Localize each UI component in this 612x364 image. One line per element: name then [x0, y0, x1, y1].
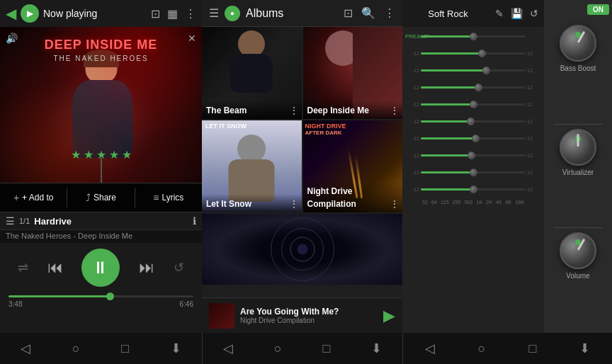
more-icon[interactable]: ⋮ [185, 7, 196, 21]
eq-save-icon[interactable]: 💾 [511, 8, 523, 19]
eq-reset-icon[interactable]: ↺ [530, 8, 538, 19]
bass-boost-label: Bass Boost [560, 64, 596, 72]
album-card-the-beam[interactable]: The Beam ⋮ [202, 27, 302, 119]
search-icon[interactable]: 🔍 [361, 6, 375, 20]
eq-band-2: -12 12 [405, 62, 541, 78]
star-1[interactable]: ★ [71, 148, 81, 161]
add-to-button[interactable]: + + Add to [0, 188, 67, 207]
mini-play-button[interactable]: ▶ [383, 307, 395, 325]
album-menu-the-beam[interactable]: ⋮ [289, 105, 299, 116]
equalizer-icon[interactable]: ▦ [167, 7, 178, 21]
track-info-bar: ☰ 1/1 Hardrive ℹ [0, 212, 202, 230]
hamburger-menu[interactable]: ☰ [209, 6, 219, 20]
star-5[interactable]: ★ [122, 148, 132, 161]
header-play-button[interactable]: ▶ [21, 4, 39, 23]
bass-boost-section: Bass Boost [560, 22, 596, 123]
cast-icon[interactable]: ⊡ [151, 7, 160, 21]
eq-slider-4[interactable] [421, 103, 526, 106]
eq-nav-down[interactable]: ⬇ [579, 341, 590, 356]
add-icon: + [13, 192, 19, 203]
album-label-deep: Deep Inside Me [303, 101, 403, 119]
album-name-night: Night Drive Compilation [307, 186, 356, 209]
album-menu-night[interactable]: ⋮ [390, 198, 400, 210]
on-badge[interactable]: ON [587, 4, 609, 15]
seek-bar-area[interactable]: 3:48 6:46 [8, 290, 193, 311]
volume-knob[interactable] [560, 232, 596, 269]
repeat-button[interactable]: ↺ [174, 260, 184, 275]
album-name-snow: Let It Snow [206, 199, 251, 209]
volume-section: Volume [560, 229, 596, 330]
album-card-spiral[interactable] [202, 214, 402, 297]
star-4[interactable]: ★ [109, 148, 119, 161]
album-menu-deep[interactable]: ⋮ [390, 105, 400, 116]
play-pause-button[interactable]: ⏸ [81, 249, 120, 287]
albums-nav-down[interactable]: ⬇ [371, 341, 382, 356]
eq-band-4: -12 12 [405, 96, 541, 112]
shuffle-button[interactable]: ⇌ [18, 260, 28, 275]
seek-bar[interactable] [8, 295, 193, 297]
eq-nav-back[interactable]: ◁ [425, 341, 435, 356]
album-label-night: Night Drive Compilation [303, 181, 403, 212]
freq-64: 64 [431, 200, 437, 205]
eq-slider-2[interactable] [421, 69, 526, 72]
eq-slider-3[interactable] [421, 86, 526, 89]
eq-band-1: -12 12 [405, 45, 541, 61]
now-playing-label: Now playing [43, 8, 147, 19]
queue-icon[interactable]: ☰ [6, 215, 15, 227]
star-3[interactable]: ★ [96, 148, 106, 161]
album-menu-snow[interactable]: ⋮ [289, 198, 299, 210]
album-card-night[interactable]: NIGHT DRIVE AFTER DARK Night Drive Compi… [303, 120, 403, 212]
previous-button[interactable]: ⏮ [47, 258, 63, 277]
albums-nav-home[interactable]: ○ [274, 341, 282, 356]
albums-panel: ☰ ● Albums ⊡ 🔍 ⋮ The Beam [202, 0, 402, 333]
more-icon-2[interactable]: ⋮ [384, 6, 395, 20]
eq-slider-6[interactable] [421, 137, 526, 140]
album-artist: THE NAKED HEROES [0, 55, 202, 62]
player-panel: ◀ ▶ Now playing ⊡ ▦ ⋮ [0, 0, 202, 333]
album-card-snow[interactable]: LET IT SNOW Let It Snow ⋮ [202, 120, 302, 212]
freq-250: 250 [453, 200, 461, 205]
albums-nav-back[interactable]: ◁ [223, 341, 233, 356]
eq-title: Soft Rock [408, 8, 488, 19]
back-button[interactable]: ◀ [6, 5, 16, 22]
eq-slider-9[interactable] [421, 188, 526, 190]
next-button[interactable]: ⏭ [139, 258, 154, 277]
player-nav-down[interactable]: ⬇ [171, 341, 181, 356]
eq-slider-5[interactable] [421, 120, 526, 123]
star-2[interactable]: ★ [84, 148, 94, 161]
track-info-icon[interactable]: ℹ [193, 215, 196, 227]
mini-album-thumb [209, 303, 234, 329]
knob-divider-2 [553, 227, 603, 228]
eq-nav-home[interactable]: ○ [478, 341, 486, 356]
album-card-deep[interactable]: Deep Inside Me ⋮ [303, 27, 403, 119]
eq-slider-7[interactable] [421, 154, 526, 157]
freq-2k: 2K [486, 200, 492, 205]
freq-32: 32 [422, 200, 428, 205]
cast-icon-2[interactable]: ⊡ [344, 6, 353, 20]
mini-player-bar: Are You Going With Me? Night Drive Compi… [202, 297, 402, 333]
player-nav-square[interactable]: □ [121, 341, 129, 356]
eq-slider-1[interactable] [421, 52, 526, 55]
equalizer-panel: Soft Rock ✎ 💾 ↺ PREAMP -12 [402, 0, 544, 333]
virtualizer-knob[interactable] [560, 129, 596, 166]
eq-slider-8[interactable] [421, 171, 526, 174]
on-badge-area: ON [547, 3, 609, 21]
album-overlay: DEEP INSIDE ME THE NAKED HEROES [0, 38, 202, 62]
album-label-the-beam: The Beam [202, 101, 302, 119]
lyrics-icon: ≡ [153, 192, 159, 203]
album-title: DEEP INSIDE ME [0, 38, 202, 52]
star-rating[interactable]: ★ ★ ★ ★ ★ [71, 148, 132, 161]
virtualizer-section: Virtualizer [560, 126, 596, 227]
eq-edit-icon[interactable]: ✎ [495, 8, 504, 19]
track-number: 1/1 [19, 217, 30, 225]
player-nav-back[interactable]: ◁ [21, 341, 30, 356]
virtualizer-label: Virtualizer [562, 169, 594, 176]
bass-boost-knob[interactable] [560, 25, 596, 62]
eq-nav-square[interactable]: □ [529, 341, 537, 356]
share-button[interactable]: ⤴ Share [67, 188, 135, 207]
preamp-label: PREAMP [405, 33, 419, 40]
player-nav-home[interactable]: ○ [72, 341, 80, 356]
albums-nav-square[interactable]: □ [322, 341, 330, 356]
preamp-slider[interactable] [421, 35, 526, 38]
lyrics-button[interactable]: ≡ Lyrics [135, 188, 202, 207]
